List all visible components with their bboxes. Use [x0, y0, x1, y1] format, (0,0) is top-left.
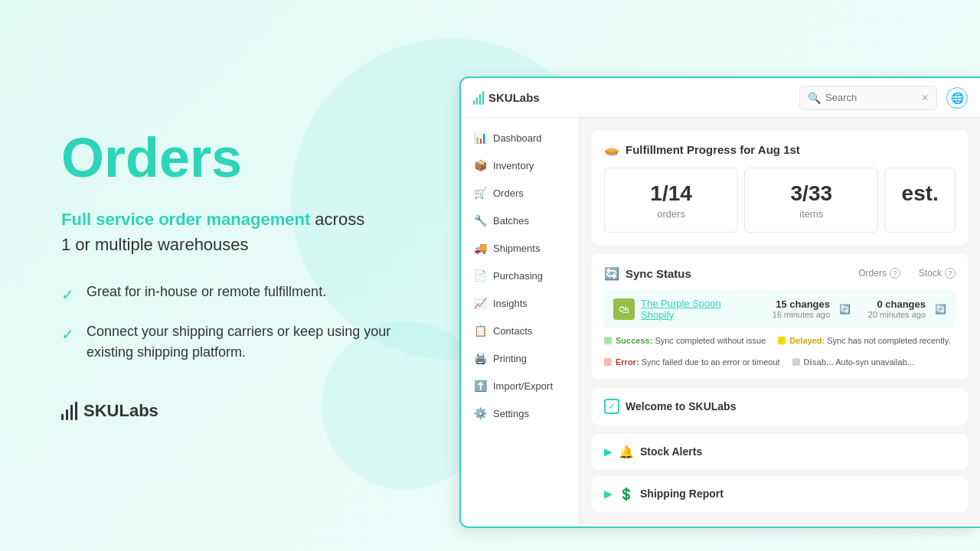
subtitle-highlight: Full service order management [61, 210, 310, 229]
sidebar-item-inventory[interactable]: 📦 Inventory [461, 152, 579, 179]
sidebar-label-settings: Settings [493, 408, 529, 419]
search-bar[interactable]: 🔍 ✕ [799, 86, 937, 110]
welcome-section: ✓ Welcome to SKULabs [592, 388, 968, 425]
error-dot [604, 358, 612, 366]
globe-icon[interactable]: 🌐 [946, 87, 968, 109]
fulfillment-section: 🥧 Fulfillment Progress for Aug 1st 1/14 … [592, 130, 968, 245]
batches-icon: 🔧 [473, 214, 487, 227]
sidebar-label-shipments: Shipments [493, 243, 540, 254]
sidebar-item-orders[interactable]: 🛒 Orders [461, 179, 579, 207]
error-desc: Sync failed due to an error or timeout [642, 357, 780, 367]
success-dot [604, 337, 612, 344]
sidebar-item-settings[interactable]: ⚙️ Settings [461, 399, 579, 427]
sync-store-row: 🛍 The Purple Spoon Shopify 15 changes 16… [604, 290, 956, 328]
app-body: 📊 Dashboard 📦 Inventory 🛒 Orders 🔧 Batch… [461, 118, 980, 527]
sync-legend: Success: Sync completed without issue De… [604, 336, 956, 367]
orders-changes-count: 15 changes [761, 298, 830, 310]
legend-disabled-text: Disab... Auto-syn unavailab... [804, 357, 914, 367]
sidebar-label-insights: Insights [493, 298, 528, 309]
feature-text-1: Great for in-house or remote fulfillment… [87, 282, 326, 302]
subtitle-rest: across [315, 210, 364, 229]
sidebar-label-dashboard: Dashboard [493, 132, 542, 144]
welcome-check-icon: ✓ [604, 399, 619, 414]
success-label: Success: [616, 336, 652, 345]
delayed-dot [778, 337, 786, 344]
logo-bar-2 [66, 409, 68, 420]
app-header: SKULabs 🔍 ✕ 🌐 [461, 78, 980, 118]
legend-disabled: Disab... Auto-syn unavailab... [792, 357, 914, 367]
stock-alerts-label: Stock Alerts [640, 445, 702, 458]
search-clear-icon: ✕ [921, 93, 929, 103]
app-logo-text: SKULabs [488, 91, 540, 104]
sidebar-item-contacts[interactable]: 📋 Contacts [461, 317, 579, 344]
disabled-label: Disab... [804, 357, 834, 367]
import-export-icon: ⬆️ [473, 380, 487, 392]
stock-help-icon[interactable]: ? [945, 268, 956, 279]
search-input[interactable] [825, 92, 916, 103]
orders-refresh-icon: 🔄 [839, 304, 851, 315]
app-bar-4 [482, 91, 484, 105]
logo-sku: SKU [83, 401, 119, 420]
subtitle-line2: 1 or multiple warehouses [61, 235, 249, 254]
page-title: Orders [61, 130, 406, 185]
app-logo: SKULabs [473, 91, 540, 105]
sync-refresh-icon: 🔄 [604, 266, 619, 281]
app-bar-2 [476, 97, 478, 105]
legend-delayed-text: Delayed: Sync has not completed recently… [789, 336, 950, 345]
disabled-dot [792, 358, 800, 366]
sidebar-item-shipments[interactable]: 🚚 Shipments [461, 234, 579, 262]
app-bar-1 [473, 100, 475, 105]
logo-bar-4 [75, 402, 77, 420]
sidebar-item-printing[interactable]: 🖨️ Printing [461, 344, 579, 372]
insights-icon: 📈 [473, 297, 487, 309]
feature-item-2: ✓ Connect your shipping carriers or keep… [61, 321, 406, 363]
stock-col-header: Stock ? [919, 268, 956, 279]
store-link[interactable]: The Purple Spoon Shopify [641, 298, 755, 321]
stock-alerts-section[interactable]: ▶ 🔔 Stock Alerts [592, 434, 968, 470]
stock-changes-count: 0 changes [857, 298, 926, 310]
feature-text-2: Connect your shipping carriers or keep u… [87, 321, 406, 363]
sidebar-item-purchasing[interactable]: 📄 Purchasing [461, 262, 579, 289]
logo-bars [61, 402, 77, 420]
app-bar-3 [479, 94, 481, 105]
legend-success: Success: Sync completed without issue [604, 336, 766, 345]
pie-chart-icon: 🥧 [604, 142, 619, 157]
delayed-desc: Sync has not completed recently. [827, 336, 950, 345]
sidebar-item-dashboard[interactable]: 📊 Dashboard [461, 124, 579, 152]
error-label: Error: [616, 357, 639, 367]
feature-list: ✓ Great for in-house or remote fulfillme… [61, 282, 406, 363]
orders-col-label: Orders [858, 268, 887, 279]
sidebar-label-batches: Batches [493, 215, 529, 227]
orders-help-icon[interactable]: ? [890, 268, 900, 279]
logo-bar-1 [61, 414, 64, 420]
stock-refresh-icon: 🔄 [935, 304, 946, 315]
stat-orders: 1/14 orders [604, 168, 738, 233]
sidebar-item-insights[interactable]: 📈 Insights [461, 289, 579, 317]
purchasing-icon: 📄 [473, 269, 487, 282]
sidebar-item-import-export[interactable]: ⬆️ Import/Export [461, 372, 579, 399]
logo-bar-3 [70, 405, 73, 420]
contacts-icon: 📋 [473, 324, 487, 337]
disabled-desc: Auto-syn unavailab... [835, 357, 914, 367]
sync-columns: Orders ? Stock ? [858, 268, 956, 279]
inventory-icon: 📦 [473, 159, 487, 171]
orders-icon: 🛒 [473, 187, 487, 199]
sidebar-label-purchasing: Purchasing [493, 270, 543, 282]
main-content: 🥧 Fulfillment Progress for Aug 1st 1/14 … [580, 118, 980, 527]
check-icon-2: ✓ [61, 323, 74, 346]
delayed-label: Delayed: [789, 336, 825, 345]
legend-error-text: Error: Sync failed due to an error or ti… [616, 357, 780, 367]
sidebar-label-printing: Printing [493, 353, 527, 364]
sidebar-label-inventory: Inventory [493, 160, 534, 171]
shipping-report-section[interactable]: ▶ 💲 Shipping Report [592, 476, 968, 512]
success-desc: Sync completed without issue [655, 336, 766, 345]
legend-error: Error: Sync failed due to an error or ti… [604, 357, 780, 367]
shopify-icon: 🛍 [613, 298, 635, 320]
stat-items: 3/33 items [744, 168, 878, 233]
items-label: items [760, 208, 862, 220]
left-panel: Orders Full service order management acr… [0, 84, 452, 467]
sidebar-item-batches[interactable]: 🔧 Batches [461, 207, 579, 234]
app-window: SKULabs 🔍 ✕ 🌐 📊 Dashboard 📦 Inventory [459, 77, 980, 528]
stat-est: est. [884, 168, 956, 233]
stats-row: 1/14 orders 3/33 items est. [604, 168, 956, 233]
